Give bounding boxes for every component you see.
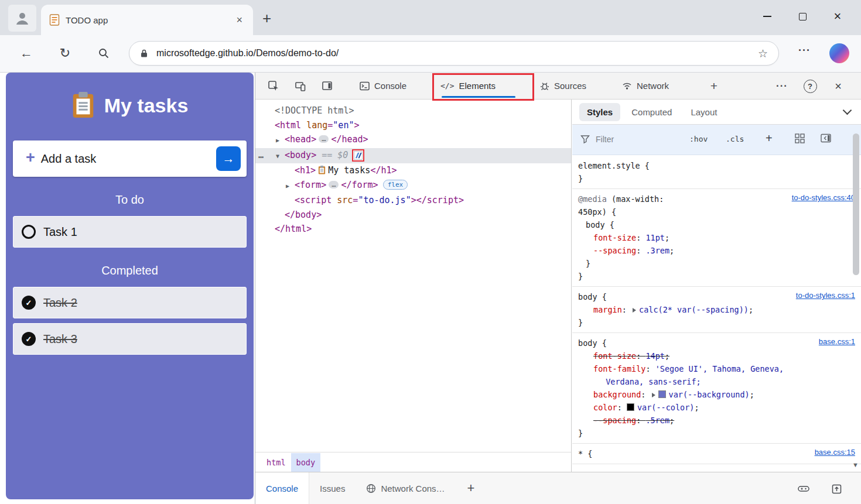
expand-arrow-icon[interactable]: ▼ — [276, 149, 285, 164]
drawer-tab-network-console[interactable]: Network Cons… — [356, 472, 455, 504]
devtools-close-button[interactable]: × — [829, 77, 847, 95]
tab-layout[interactable]: Layout — [683, 103, 725, 121]
dom-node-line[interactable]: <script src="to-do.js"></script> — [255, 193, 571, 208]
stylesheet-link[interactable]: to-do-styles.css:1 — [796, 291, 855, 300]
search-button[interactable] — [95, 44, 112, 62]
toggle-pseudo-state-button[interactable]: :hov — [689, 135, 708, 143]
stylesheet-link[interactable]: base.css:1 — [819, 337, 855, 346]
drawer-tool-button[interactable] — [795, 481, 812, 497]
breadcrumb-html[interactable]: html — [261, 453, 291, 472]
css-declaration[interactable]: element.style { — [572, 159, 861, 172]
minimize-button[interactable] — [750, 2, 785, 30]
css-declaration[interactable]: font-size: 11pt; — [572, 231, 861, 244]
device-toolbar-button[interactable] — [292, 77, 309, 95]
new-tab-button[interactable]: + — [262, 9, 271, 28]
css-declaration[interactable]: font-family: 'Segoe UI', Tahoma, Geneva, — [572, 362, 861, 375]
tab-computed[interactable]: Computed — [624, 103, 679, 121]
tab-styles[interactable]: Styles — [579, 103, 620, 121]
css-declaration[interactable]: } — [572, 257, 861, 270]
add-task-input[interactable]: + Add a task → — [13, 140, 247, 177]
chevron-down-icon[interactable] — [843, 106, 852, 115]
dom-node-line[interactable]: <!DOCTYPE html> — [255, 104, 571, 118]
tab-elements-label: Elements — [459, 81, 496, 91]
css-declaration[interactable]: body { — [572, 218, 861, 231]
task-unchecked-icon[interactable] — [22, 225, 36, 239]
tab-elements[interactable]: </> Elements — [435, 73, 528, 99]
inspect-element-button[interactable] — [265, 77, 282, 95]
expand-arrow-icon[interactable]: ▶ — [286, 179, 295, 194]
css-declaration[interactable]: --spacing: .5rem; — [572, 414, 861, 427]
submit-task-button[interactable]: → — [216, 146, 241, 171]
computed-grid-button[interactable] — [795, 133, 805, 143]
css-declaration[interactable]: } — [572, 270, 861, 283]
stylesheet-link[interactable]: base.css:15 — [815, 448, 855, 457]
css-declaration[interactable]: 450px) { — [572, 205, 861, 218]
browser-tab[interactable]: TODO app × — [41, 5, 253, 35]
collapsed-content-icon[interactable]: … — [319, 135, 329, 143]
expand-arrow-icon[interactable]: ▶ — [276, 133, 285, 148]
tab-close-icon[interactable]: × — [234, 14, 245, 26]
expand-drawer-button[interactable] — [828, 481, 845, 497]
new-style-rule-button[interactable]: + — [766, 132, 773, 145]
close-window-button[interactable]: × — [820, 2, 855, 30]
expand-triangle-icon[interactable] — [652, 393, 655, 397]
css-declaration[interactable]: font-size: 14pt; — [572, 349, 861, 362]
tab-console[interactable]: Console — [354, 73, 429, 99]
stylesheet-link[interactable]: to-do-styles.css:40 — [792, 193, 855, 202]
refresh-button[interactable]: ↻ — [56, 44, 74, 62]
task-row[interactable]: ✓Task 3 — [13, 323, 247, 355]
task-checked-icon[interactable]: ✓ — [22, 332, 36, 346]
add-task-placeholder[interactable]: Add a task — [41, 152, 216, 166]
color-swatch-icon[interactable] — [627, 403, 634, 411]
dom-node-line[interactable]: <h1>My tasks</h1> — [255, 163, 571, 178]
dock-side-button[interactable] — [319, 77, 336, 95]
css-declaration[interactable]: color: var(--color); — [572, 401, 861, 414]
more-tools-button[interactable]: + — [705, 77, 723, 95]
address-bar[interactable]: microsoftedge.github.io/Demos/demo-to-do… — [129, 41, 779, 66]
dom-node-line[interactable]: …▼<body> == $0 — [255, 148, 571, 164]
task-row[interactable]: Task 1 — [13, 216, 247, 248]
filter-input[interactable]: Filter — [596, 135, 614, 144]
css-declaration[interactable]: } — [572, 427, 861, 440]
person-icon — [15, 11, 30, 26]
drawer-tab-console[interactable]: Console — [255, 472, 309, 504]
collapsed-content-icon[interactable]: … — [329, 181, 339, 188]
expand-triangle-icon[interactable] — [633, 308, 636, 313]
color-swatch-icon[interactable] — [658, 390, 666, 398]
profile-avatar[interactable] — [8, 5, 36, 32]
dom-node-line[interactable]: ▶<head>…</head> — [255, 132, 571, 148]
css-declaration[interactable]: margin: calc(2* var(--spacing)); — [572, 303, 861, 316]
maximize-button[interactable] — [785, 2, 820, 30]
dom-node-line[interactable]: </html> — [255, 222, 571, 236]
dom-node-line[interactable]: <html lang="en"> — [255, 118, 571, 133]
browser-menu-button[interactable]: ··· — [798, 44, 811, 57]
devtools-menu-button[interactable]: ··· — [773, 77, 791, 95]
task-checked-icon[interactable]: ✓ — [22, 296, 36, 310]
tab-network[interactable]: Network — [616, 73, 693, 99]
element-state-badge-icon[interactable] — [354, 151, 363, 160]
copilot-icon[interactable] — [829, 43, 849, 63]
breadcrumb-body[interactable]: body — [291, 453, 321, 472]
css-declaration[interactable]: body { — [572, 337, 861, 349]
flex-badge[interactable]: flex — [383, 180, 408, 190]
css-declaration[interactable]: --spacing: .3rem; — [572, 244, 861, 257]
css-declaration[interactable]: background: var(--background); — [572, 388, 861, 401]
devtools-help-button[interactable]: ? — [801, 77, 819, 95]
node-menu-icon[interactable]: … — [258, 148, 264, 163]
back-button[interactable]: ← — [18, 44, 35, 62]
css-declaration[interactable]: Verdana, sans-serif; — [572, 375, 861, 388]
css-declaration[interactable]: } — [572, 172, 861, 185]
task-row[interactable]: ✓Task 2 — [13, 287, 247, 318]
dom-node-line[interactable]: ▶<form>…</form>flex — [255, 178, 571, 194]
drawer-tab-issues[interactable]: Issues — [309, 472, 356, 504]
drawer-more-tools-button[interactable]: + — [467, 481, 475, 496]
scroll-down-icon[interactable]: ▼ — [852, 461, 859, 468]
url-text[interactable]: microsoftedge.github.io/Demos/demo-to-do… — [156, 48, 758, 59]
css-declaration[interactable]: } — [572, 316, 861, 329]
dom-node-line[interactable]: </body> — [255, 208, 571, 222]
favorites-star-icon[interactable]: ☆ — [758, 47, 768, 60]
tab-sources[interactable]: Sources — [534, 73, 609, 99]
styles-scrollbar[interactable] — [853, 133, 859, 275]
toggle-class-button[interactable]: .cls — [726, 135, 744, 143]
toggle-sidebar-button[interactable] — [821, 133, 832, 143]
